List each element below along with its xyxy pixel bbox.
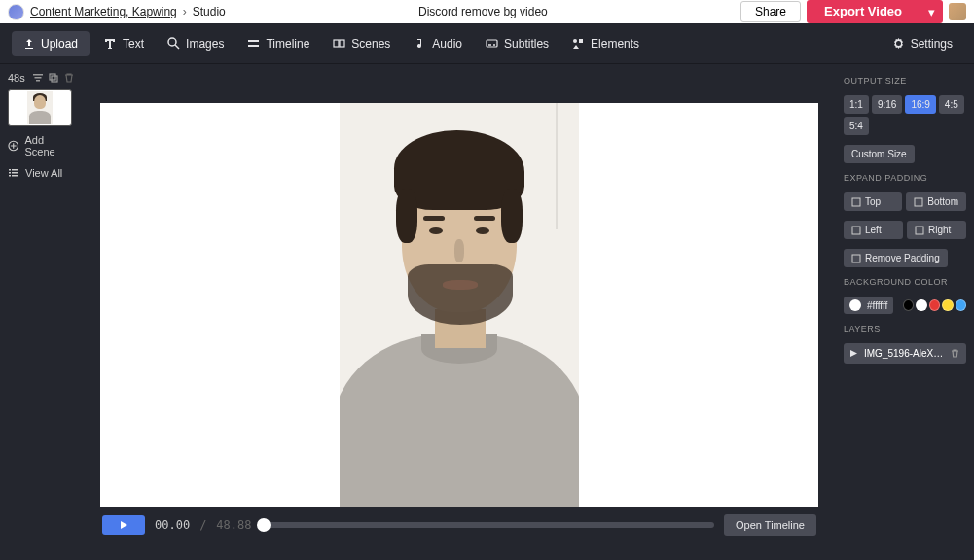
breadcrumb-current: Studio xyxy=(193,5,226,18)
timeline-icon xyxy=(247,37,260,50)
svg-rect-23 xyxy=(916,227,923,234)
output-size-label: OUTPUT SIZE xyxy=(844,76,966,86)
svg-rect-11 xyxy=(50,74,55,80)
current-color-swatch xyxy=(849,299,861,311)
canvas-area: 00.00 / 48.88 Open Timeline xyxy=(83,64,836,560)
padding-right-button[interactable]: Right xyxy=(907,221,966,239)
remove-padding-button[interactable]: Remove Padding xyxy=(844,249,948,267)
header-left: Content Marketing, Kapwing › Studio xyxy=(8,4,226,20)
svg-rect-9 xyxy=(35,77,42,79)
scene-duration: 48s xyxy=(8,72,25,84)
trash-icon[interactable] xyxy=(950,348,960,359)
elements-icon xyxy=(572,37,585,50)
tool-audio[interactable]: Audio xyxy=(404,31,472,56)
swatch-blue[interactable] xyxy=(956,299,966,311)
upload-label: Upload xyxy=(41,37,78,51)
chevron-down-icon: ▾ xyxy=(928,5,935,19)
playback-bar: 00.00 / 48.88 Open Timeline xyxy=(98,507,820,536)
trash-icon[interactable] xyxy=(63,72,75,84)
background-color-row: #ffffff xyxy=(844,297,966,314)
swatch-yellow[interactable] xyxy=(942,299,953,311)
svg-rect-16 xyxy=(9,172,11,174)
breadcrumb-workspace[interactable]: Content Marketing, Kapwing xyxy=(30,5,177,18)
square-icon xyxy=(851,254,861,263)
copy-icon[interactable] xyxy=(48,72,59,84)
upload-icon xyxy=(23,38,35,50)
expand-padding-label: EXPAND PADDING xyxy=(844,173,966,183)
svg-point-0 xyxy=(168,38,176,46)
breadcrumb-separator: › xyxy=(183,5,187,18)
ratio-9-16[interactable]: 9:16 xyxy=(872,95,902,114)
ratio-4-5[interactable]: 4:5 xyxy=(939,95,964,114)
filters-icon[interactable] xyxy=(32,72,44,84)
svg-rect-7 xyxy=(579,39,583,43)
tool-scenes[interactable]: Scenes xyxy=(323,31,400,56)
audio-icon xyxy=(414,37,426,50)
add-scene-button[interactable]: Add Scene xyxy=(8,132,75,159)
svg-rect-10 xyxy=(36,80,40,82)
square-icon xyxy=(851,226,861,235)
scenes-icon xyxy=(333,37,345,50)
app-header: Content Marketing, Kapwing › Studio Disc… xyxy=(0,0,974,23)
search-icon xyxy=(167,37,180,50)
svg-rect-21 xyxy=(915,198,922,206)
scene-thumbnail[interactable] xyxy=(8,89,72,126)
toolbar-left: Upload Text Images Timeline Scenes Audio… xyxy=(12,31,649,56)
square-icon xyxy=(851,197,861,207)
progress-knob[interactable] xyxy=(257,518,271,532)
padding-top-button[interactable]: Top xyxy=(844,192,902,211)
tool-elements[interactable]: Elements xyxy=(562,31,649,56)
text-icon xyxy=(103,37,117,51)
background-color-input[interactable]: #ffffff xyxy=(844,297,893,314)
gear-icon xyxy=(892,37,905,50)
time-total: 48.88 xyxy=(216,518,251,532)
project-title[interactable]: Discord remove bg video xyxy=(418,5,548,18)
subtitles-icon xyxy=(486,37,498,50)
video-frame xyxy=(340,103,579,507)
user-avatar[interactable] xyxy=(949,3,966,20)
svg-rect-24 xyxy=(852,255,860,262)
svg-rect-8 xyxy=(33,74,43,76)
time-separator: / xyxy=(199,518,206,532)
upload-button[interactable]: Upload xyxy=(12,31,90,56)
play-button[interactable] xyxy=(102,515,145,535)
plus-circle-icon xyxy=(8,140,18,152)
layer-item[interactable]: IMG_5196-AleXB-gLr.... xyxy=(844,343,966,364)
main-toolbar: Upload Text Images Timeline Scenes Audio… xyxy=(0,23,974,64)
swatch-red[interactable] xyxy=(929,299,940,311)
scene-header: 48s xyxy=(8,72,75,84)
svg-rect-18 xyxy=(9,175,11,177)
ratio-1-1[interactable]: 1:1 xyxy=(844,95,869,114)
tool-text[interactable]: Text xyxy=(93,31,154,56)
progress-bar[interactable] xyxy=(261,522,714,528)
svg-rect-1 xyxy=(248,40,259,42)
svg-rect-22 xyxy=(852,227,860,234)
swatch-black[interactable] xyxy=(903,299,914,311)
tool-timeline[interactable]: Timeline xyxy=(237,31,319,56)
time-current: 00.00 xyxy=(155,518,190,532)
svg-rect-2 xyxy=(248,45,259,47)
tool-subtitles[interactable]: Subtitles xyxy=(476,31,559,56)
video-canvas[interactable] xyxy=(100,103,818,507)
svg-rect-20 xyxy=(852,198,860,206)
padding-bottom-button[interactable]: Bottom xyxy=(906,192,966,211)
play-icon xyxy=(119,520,128,530)
ratio-5-4[interactable]: 5:4 xyxy=(844,117,869,135)
custom-size-button[interactable]: Custom Size xyxy=(844,145,915,163)
svg-rect-4 xyxy=(340,40,344,47)
svg-point-6 xyxy=(573,39,577,43)
ratio-16-9[interactable]: 16:9 xyxy=(905,95,935,114)
open-timeline-button[interactable]: Open Timeline xyxy=(724,514,816,536)
share-button[interactable]: Share xyxy=(740,1,801,22)
padding-left-button[interactable]: Left xyxy=(844,221,903,239)
header-right: Share Export Video ▾ xyxy=(740,0,966,23)
app-logo[interactable] xyxy=(8,4,24,20)
swatch-white[interactable] xyxy=(916,299,926,311)
export-button[interactable]: Export Video xyxy=(807,0,920,23)
svg-rect-19 xyxy=(12,175,18,177)
export-options-button[interactable]: ▾ xyxy=(920,0,943,23)
svg-rect-3 xyxy=(334,40,339,47)
view-all-button[interactable]: View All xyxy=(8,165,75,181)
settings-button[interactable]: Settings xyxy=(883,31,962,56)
tool-images[interactable]: Images xyxy=(158,31,234,56)
